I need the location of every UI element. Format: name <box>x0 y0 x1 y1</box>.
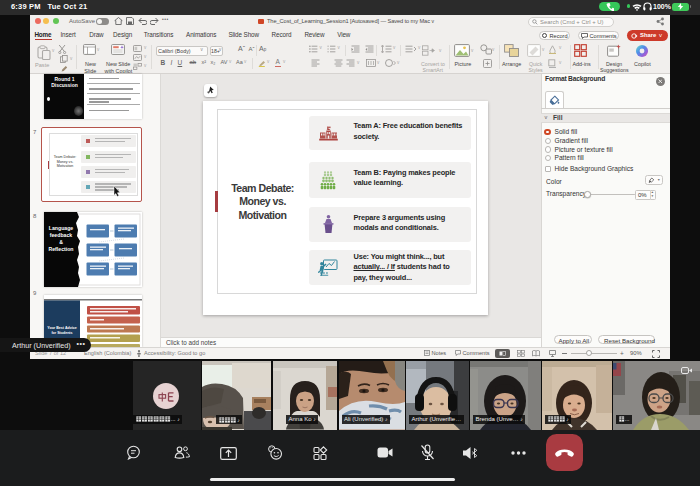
svg-text:Language: Language <box>49 225 74 231</box>
svg-text:&: & <box>59 239 63 245</box>
svg-text:feedback: feedback <box>50 232 73 238</box>
svg-text:Reflection: Reflection <box>48 246 73 252</box>
svg-text:Your Best Advice: Your Best Advice <box>47 326 76 330</box>
svg-text:for Students: for Students <box>51 331 72 335</box>
